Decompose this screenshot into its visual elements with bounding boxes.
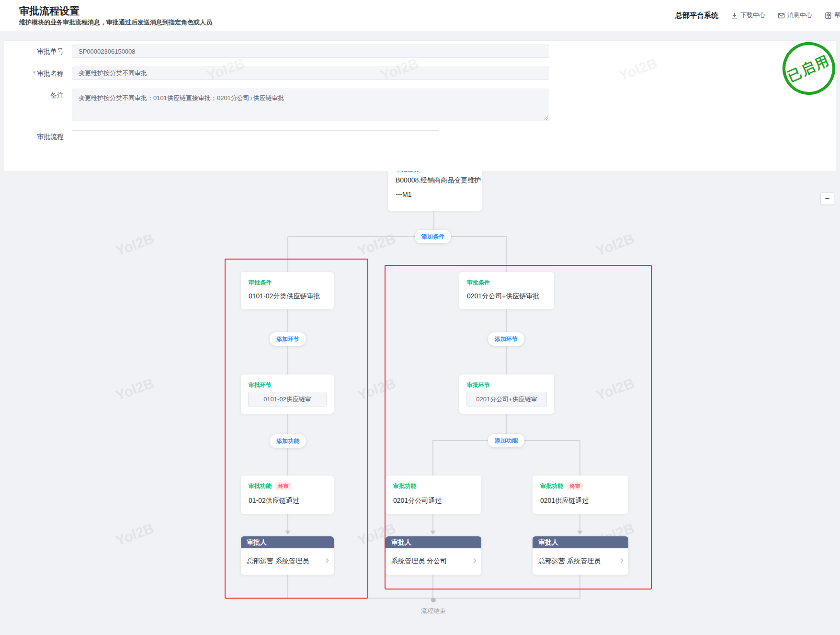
remarks-textarea[interactable]: 变更维护按分类不同审批；0101供应链直接审批；0201分公司+供应链审批 <box>72 89 549 121</box>
topbar-right: 总部平台系统 下载中心 消息中心 帮助 <box>675 0 840 31</box>
approver-text: 总部运营 系统管理员 <box>538 557 601 566</box>
final-review-tag: 终审 <box>275 482 292 490</box>
condition-node-right[interactable]: 审批条件 0201分公司+供应链审批 <box>459 272 554 309</box>
flow-section-label: 审批流程 <box>11 130 64 143</box>
function-text: 0201分公司通过 <box>393 497 442 505</box>
function-node-right[interactable]: 审批功能 终审 0201供应链通过 <box>533 476 628 514</box>
root-node-text: B00008.经销商商品变更维护 <box>396 176 481 185</box>
connector-line <box>432 575 433 599</box>
connector-line <box>579 514 580 531</box>
watermark: Yol2B <box>355 375 398 404</box>
add-function-button-right[interactable]: 添加功能 <box>488 434 524 447</box>
remarks-label: 备注 <box>11 89 64 102</box>
approval-form-panel: 审批单号 *审批名称 备注 变更维护按分类不同审批；0101供应链直接审批；02… <box>4 40 836 171</box>
approval-name-label: *审批名称 <box>11 67 64 80</box>
page-title: 审批流程设置 <box>19 4 79 18</box>
divider <box>72 130 439 131</box>
approver-body: 总部运营 系统管理员 › <box>241 548 334 575</box>
required-mark: * <box>33 69 35 77</box>
approval-flow-settings-page: Yol2B Yol2B Yol2B Yol2B Yol2B Yol2B Yol2… <box>0 0 840 635</box>
top-header-bar: 审批流程设置 维护模块的业务审批流程消息，审批通过后发送消息到指定角色或人员 总… <box>0 0 840 31</box>
zoom-out-button[interactable]: − <box>820 193 834 205</box>
condition-label: 审批条件 <box>249 279 272 287</box>
condition-label: 审批条件 <box>467 279 490 287</box>
arrow-down-icon <box>285 531 291 534</box>
function-label: 审批功能 终审 <box>249 482 292 490</box>
help-doc-icon <box>825 12 832 19</box>
condition-node-left[interactable]: 审批条件 0101-02分类供应链审批 <box>241 272 334 309</box>
step-name-input-right[interactable] <box>466 392 547 407</box>
function-label: 审批功能 终审 <box>540 482 583 490</box>
root-node-text2: ---M1 <box>396 191 411 198</box>
step-label: 审批环节 <box>249 381 272 389</box>
approver-text: 系统管理员 分公司 <box>391 557 447 566</box>
approver-header: 审批人 <box>386 536 481 548</box>
platform-name: 总部平台系统 <box>675 11 718 20</box>
message-center-link[interactable]: 消息中心 <box>778 11 812 20</box>
function-node-left[interactable]: 审批功能 终审 01-02供应链通过 <box>241 476 334 514</box>
watermark: Yol2B <box>355 230 398 259</box>
connector-line <box>287 575 288 599</box>
function-text: 01-02供应链通过 <box>249 497 299 505</box>
envelope-icon <box>778 12 785 19</box>
approver-header: 审批人 <box>533 536 628 548</box>
step-node-right[interactable]: 审批环节 <box>459 374 554 414</box>
function-text: 0201供应链通过 <box>540 497 589 505</box>
connector-line <box>287 514 288 531</box>
flow-end-label: 流程结束 <box>421 607 446 615</box>
chevron-right-icon: › <box>473 554 477 567</box>
connector-line <box>579 441 580 476</box>
connector-line <box>506 237 507 272</box>
connector-line <box>432 441 433 476</box>
chevron-right-icon: › <box>326 554 329 567</box>
watermark: Yol2B <box>114 520 156 549</box>
connector-line <box>432 514 433 531</box>
connector-line <box>579 575 580 598</box>
step-label: 审批环节 <box>467 381 490 389</box>
add-condition-button[interactable]: 添加条件 <box>415 230 451 243</box>
arrow-down-icon <box>430 531 436 534</box>
approver-body: 系统管理员 分公司 › <box>386 548 481 575</box>
watermark: Yol2B <box>594 375 636 404</box>
arrow-down-icon <box>577 531 583 534</box>
add-step-button-left[interactable]: 添加环节 <box>270 332 306 346</box>
add-function-button-left[interactable]: 添加功能 <box>270 434 306 448</box>
approver-body: 总部运营 系统管理员 › <box>533 548 628 575</box>
approver-header: 审批人 <box>241 536 334 548</box>
download-center-link[interactable]: 下载中心 <box>731 11 765 20</box>
help-link[interactable]: 帮助 <box>825 11 840 20</box>
page-subtitle: 维护模块的业务审批流程消息，审批通过后发送消息到指定角色或人员 <box>19 18 212 27</box>
condition-text: 0101-02分类供应链审批 <box>249 292 320 301</box>
function-label: 审批功能 <box>393 482 416 490</box>
download-icon <box>731 12 738 19</box>
final-review-tag: 终审 <box>567 482 583 490</box>
chevron-right-icon: › <box>620 554 624 567</box>
approver-node-mid[interactable]: 审批人 系统管理员 分公司 › <box>386 536 481 575</box>
condition-text: 0201分公司+供应链审批 <box>467 292 539 301</box>
add-step-button-right[interactable]: 添加环节 <box>488 332 524 346</box>
function-node-mid[interactable]: 审批功能 0201分公司通过 <box>386 476 481 514</box>
approver-node-right[interactable]: 审批人 总部运营 系统管理员 › <box>533 536 628 575</box>
watermark: Yol2B <box>114 375 156 404</box>
end-dot <box>431 598 436 602</box>
connector-line <box>287 237 288 272</box>
step-name-input-left[interactable] <box>248 392 327 407</box>
connector-line <box>288 236 507 237</box>
resize-grip-icon[interactable] <box>544 115 548 120</box>
approver-text: 总部运营 系统管理员 <box>247 557 309 566</box>
approval-name-input[interactable] <box>72 67 549 80</box>
watermark: Yol2B <box>594 230 636 259</box>
step-node-left[interactable]: 审批环节 <box>241 374 334 414</box>
watermark: Yol2B <box>114 230 156 259</box>
approval-no-input <box>72 45 549 58</box>
approval-no-label: 审批单号 <box>11 45 64 58</box>
approver-node-left[interactable]: 审批人 总部运营 系统管理员 › <box>241 536 334 575</box>
